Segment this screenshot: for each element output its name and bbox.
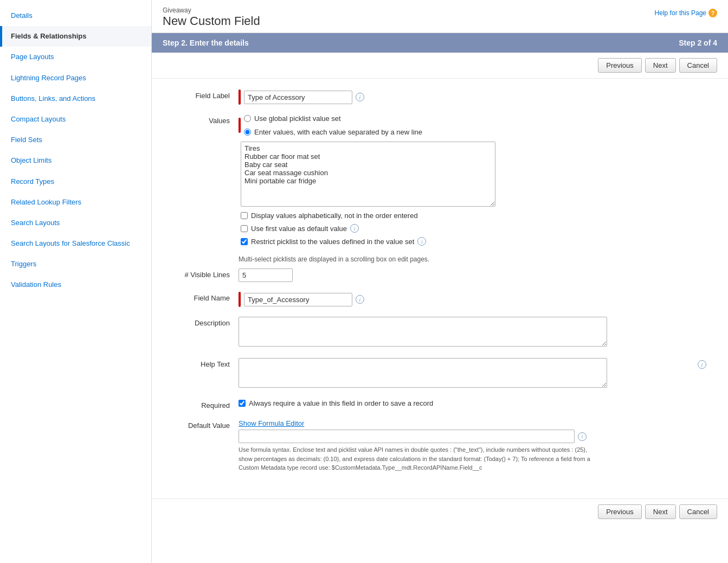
- top-cancel-button[interactable]: Cancel: [679, 58, 717, 73]
- formula-editor-link[interactable]: Show Formula Editor: [239, 419, 304, 427]
- form-content: Field Label i Values Use global pi: [152, 79, 728, 493]
- sidebar-item-search-layouts[interactable]: Search Layouts: [0, 213, 151, 233]
- bottom-previous-button[interactable]: Previous: [598, 504, 642, 519]
- radio-option-enter: Enter values, with each value separated …: [244, 128, 422, 136]
- values-radio-group: Use global picklist value set Enter valu…: [244, 114, 422, 136]
- sidebar-item-related-lookup-filters[interactable]: Related Lookup Filters: [0, 192, 151, 213]
- checkbox-alphabetical-option: Display values alphabetically, not in th…: [241, 212, 706, 220]
- checkbox-alphabetical[interactable]: [241, 212, 248, 219]
- sidebar-item-lightning-record-pages[interactable]: Lightning Record Pages: [0, 68, 151, 88]
- field-label-label: Field Label: [163, 89, 239, 100]
- step-info: Step 2 of 4: [679, 39, 717, 47]
- default-value-field: Show Formula Editor i Use formula syntax…: [239, 419, 706, 472]
- default-value-label: Default Value: [163, 419, 239, 430]
- formula-hint-text: Use formula syntax. Enclose text and pic…: [239, 445, 596, 472]
- bottom-toolbar: Previous Next Cancel: [152, 498, 728, 524]
- description-field: [239, 317, 706, 348]
- multiselect-info-label-spacer: [163, 255, 239, 258]
- field-name-label: Field Name: [163, 292, 239, 302]
- step-header: Step 2. Enter the details Step 2 of 4: [152, 33, 728, 53]
- sidebar: DetailsFields & RelationshipsPage Layout…: [0, 0, 152, 563]
- page-header-left: Giveaway New Custom Field: [163, 7, 260, 28]
- main-content: Giveaway New Custom Field Help for this …: [152, 0, 728, 563]
- radio-global-label[interactable]: Use global picklist value set: [254, 114, 341, 123]
- help-text-label: Help Text: [163, 358, 239, 368]
- field-name-indicator-wrapper: i: [239, 292, 706, 307]
- description-row: Description: [163, 317, 706, 348]
- field-name-row: Field Name i: [163, 292, 706, 307]
- sidebar-item-validation-rules[interactable]: Validation Rules: [0, 274, 151, 295]
- visible-lines-row: # Visible Lines: [163, 268, 706, 282]
- required-row: Required Always require a value in this …: [163, 399, 706, 410]
- checkbox-alphabetical-label[interactable]: Display values alphabetically, not in th…: [251, 212, 418, 220]
- restrict-info-icon[interactable]: i: [417, 237, 426, 246]
- required-label: Required: [163, 399, 239, 410]
- radio-enter-label[interactable]: Enter values, with each value separated …: [254, 128, 422, 136]
- radio-enter-values[interactable]: [244, 129, 251, 136]
- field-label-indicator-wrapper: i: [239, 89, 706, 105]
- bottom-cancel-button[interactable]: Cancel: [679, 504, 717, 519]
- bottom-next-button[interactable]: Next: [645, 504, 676, 519]
- first-default-info-icon[interactable]: i: [350, 224, 359, 233]
- description-textarea[interactable]: [239, 317, 607, 347]
- field-name-input[interactable]: [244, 293, 352, 306]
- field-label-field: i: [239, 89, 706, 105]
- values-required-indicator: [239, 118, 241, 133]
- sidebar-item-compact-layouts[interactable]: Compact Layouts: [0, 109, 151, 130]
- top-previous-button[interactable]: Previous: [598, 58, 642, 73]
- top-toolbar: Previous Next Cancel: [152, 53, 728, 79]
- top-next-button[interactable]: Next: [645, 58, 676, 73]
- sidebar-item-page-layouts[interactable]: Page Layouts: [0, 47, 151, 67]
- step-label: Step 2. Enter the details: [163, 39, 249, 47]
- checkbox-firstdefault-option: Use first value as default value i: [241, 224, 706, 233]
- help-text-info-icon[interactable]: i: [698, 360, 706, 369]
- help-text-textarea[interactable]: [239, 358, 607, 388]
- help-link-text: Help for this Page: [655, 9, 706, 17]
- default-value-info-icon[interactable]: i: [578, 432, 587, 441]
- sidebar-item-field-sets[interactable]: Field Sets: [0, 130, 151, 150]
- multiselect-info-row: Multi-select picklists are displayed in …: [163, 255, 706, 266]
- visible-lines-input[interactable]: [239, 268, 293, 282]
- default-value-input[interactable]: [239, 430, 575, 443]
- page-title: New Custom Field: [163, 14, 260, 28]
- multiselect-info-text-wrapper: Multi-select picklists are displayed in …: [239, 255, 706, 266]
- values-row: Values Use global picklist value set Ent…: [163, 114, 706, 246]
- values-checkbox-group: Display values alphabetically, not in th…: [241, 212, 706, 246]
- default-value-row: Default Value Show Formula Editor i Use …: [163, 419, 706, 472]
- visible-lines-label: # Visible Lines: [163, 268, 239, 279]
- page-object: Giveaway: [163, 7, 260, 14]
- required-indicator: [239, 89, 241, 105]
- help-link[interactable]: Help for this Page ?: [655, 9, 717, 17]
- sidebar-item-search-layouts-classic[interactable]: Search Layouts for Salesforce Classic: [0, 233, 151, 254]
- picklist-values-textarea[interactable]: [241, 142, 495, 207]
- sidebar-item-record-types[interactable]: Record Types: [0, 171, 151, 192]
- field-name-required-indicator: [239, 292, 241, 307]
- checkbox-first-default[interactable]: [241, 225, 248, 232]
- sidebar-item-details[interactable]: Details: [0, 5, 151, 26]
- checkbox-firstdefault-label: Use first value as default value: [251, 225, 347, 233]
- sidebar-item-object-limits[interactable]: Object Limits: [0, 150, 151, 171]
- sidebar-item-buttons-links-actions[interactable]: Buttons, Links, and Actions: [0, 88, 151, 109]
- checkbox-restrict[interactable]: [241, 238, 248, 245]
- field-label-input[interactable]: [244, 91, 352, 104]
- values-indicator-wrapper: Use global picklist value set Enter valu…: [239, 114, 706, 136]
- checkbox-restrict-option: Restrict picklist to the values defined …: [241, 237, 706, 246]
- field-name-info-icon[interactable]: i: [356, 295, 364, 304]
- picklist-values-container: [241, 142, 706, 208]
- radio-option-global: Use global picklist value set: [244, 114, 422, 123]
- radio-global-picklist[interactable]: [244, 115, 251, 122]
- values-label: Values: [163, 114, 239, 125]
- help-icon: ?: [708, 9, 717, 17]
- help-text-field: i: [239, 358, 706, 389]
- field-label-info-icon[interactable]: i: [356, 93, 364, 101]
- required-checkbox[interactable]: [239, 400, 246, 407]
- sidebar-item-fields-relationships[interactable]: Fields & Relationships: [0, 26, 151, 47]
- required-checkbox-label[interactable]: Always require a value in this field in …: [249, 399, 433, 407]
- description-label: Description: [163, 317, 239, 327]
- checkbox-restrict-label: Restrict picklist to the values defined …: [251, 238, 414, 246]
- sidebar-item-triggers[interactable]: Triggers: [0, 254, 151, 274]
- page-header: Giveaway New Custom Field Help for this …: [152, 0, 728, 33]
- required-field: Always require a value in this field in …: [239, 399, 706, 407]
- field-name-field: i: [239, 292, 706, 307]
- multiselect-info-text: Multi-select picklists are displayed in …: [239, 255, 706, 263]
